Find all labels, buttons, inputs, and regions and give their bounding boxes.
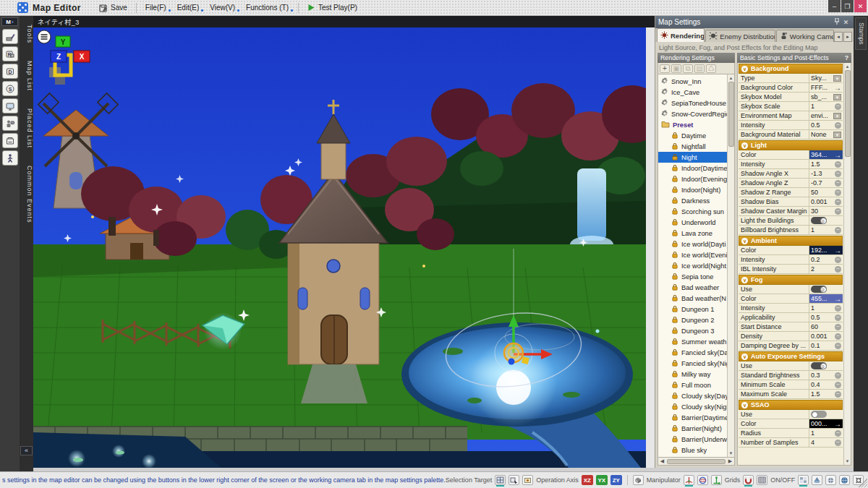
spinner-icon[interactable]: − — [835, 122, 841, 129]
list-item[interactable]: Nightfall — [658, 141, 727, 152]
property-value[interactable]: 1− — [809, 226, 843, 234]
section-header-auto-exposure-settings[interactable]: ∨Auto Exposure Settings — [739, 351, 843, 361]
property-value[interactable]: 0.5− — [809, 313, 843, 322]
property-value[interactable]: 364...→ — [809, 150, 843, 159]
effect-sparkle-icon[interactable] — [825, 475, 836, 485]
new-folder-button[interactable]: ▣ — [671, 64, 681, 73]
cone-light-icon[interactable] — [812, 475, 822, 485]
property-value[interactable]: FFF...→ — [809, 83, 843, 92]
list-item[interactable]: Indoor(Night) — [658, 184, 727, 195]
toggle-switch[interactable] — [811, 411, 827, 418]
property-value[interactable]: 1− — [809, 304, 843, 312]
property-value[interactable]: 2− — [809, 265, 843, 273]
arrow-icon[interactable]: → — [834, 421, 841, 427]
spinner-icon[interactable]: − — [835, 440, 841, 446]
spinner-icon[interactable]: − — [835, 161, 841, 168]
dropdown-icon[interactable]: ▼ — [833, 94, 841, 100]
section-header-ssao[interactable]: ∨SSAO — [739, 400, 843, 410]
section-header-ambient[interactable]: ∨Ambient — [739, 236, 843, 246]
section-header-background[interactable]: ∨Background — [739, 64, 843, 74]
stamp-pen-button[interactable] — [2, 29, 18, 44]
property-value[interactable]: 0 — [809, 361, 843, 370]
spinner-icon[interactable]: − — [835, 391, 841, 398]
list-item[interactable]: Preset — [658, 119, 727, 130]
spinner-icon[interactable]: − — [835, 343, 841, 349]
spinner-icon[interactable]: − — [835, 305, 841, 312]
walk-test-button[interactable] — [2, 150, 18, 166]
property-value[interactable]: -0.7− — [809, 179, 843, 187]
list-item[interactable]: Lava zone — [658, 228, 727, 239]
property-value[interactable]: 1− — [809, 102, 843, 111]
list-item[interactable]: Sepia tone — [658, 271, 727, 282]
list-item[interactable]: Dungeon 3 — [658, 325, 727, 336]
pin-icon[interactable] — [832, 18, 841, 26]
display-button[interactable] — [2, 98, 18, 114]
property-value[interactable]: 4− — [809, 438, 843, 447]
collapse-panel-button[interactable]: M› — [1, 17, 18, 26]
move-gizmo-icon[interactable] — [684, 475, 694, 485]
sidebar-tab-placed-list[interactable]: Placed List — [20, 103, 33, 154]
list-item[interactable]: Blue sky — [658, 445, 727, 455]
map-tab[interactable]: ネイティ村_3 — [33, 17, 80, 27]
duplicate-button[interactable]: ⧉ — [683, 64, 693, 73]
arrow-icon[interactable]: → — [834, 296, 841, 302]
property-value[interactable]: envi...▼ — [809, 111, 843, 120]
skybox-globe-icon[interactable] — [839, 475, 850, 485]
resize-grip[interactable] — [859, 479, 867, 487]
list-item[interactable]: Bad weather — [658, 282, 727, 293]
property-value[interactable]: Sky...▼ — [809, 74, 843, 82]
property-value[interactable]: 1.5− — [809, 160, 843, 168]
list-item[interactable]: Snow-CoverdRegion — [658, 108, 727, 119]
list-item[interactable]: Milky way — [658, 369, 727, 380]
spinner-icon[interactable]: − — [835, 333, 841, 340]
list-horizontal-scrollbar[interactable]: ◀▶ — [658, 458, 735, 466]
property-value[interactable]: -1.3− — [809, 169, 843, 178]
restore-button[interactable]: ❐ — [841, 0, 854, 12]
resource-button[interactable]: R — [2, 46, 18, 61]
spinner-icon[interactable]: − — [835, 103, 841, 110]
list-item[interactable]: Ice_Cave — [658, 87, 727, 98]
list-item[interactable]: Barrier(Daytime — [658, 412, 727, 423]
database-button[interactable]: D — [2, 64, 18, 79]
property-value[interactable]: None▼ — [809, 130, 843, 139]
test-play-button[interactable]: Test Play(P) — [302, 2, 362, 13]
spinner-icon[interactable]: − — [835, 227, 841, 234]
sidebar-tab-common-events[interactable]: Common Events — [20, 160, 33, 229]
rotate-gizmo-icon[interactable] — [697, 475, 708, 485]
export-button[interactable]: ▤ — [694, 64, 705, 73]
section-header-fog[interactable]: ∨Fog — [739, 275, 843, 285]
list-item[interactable]: Night — [658, 152, 727, 163]
object-select-icon[interactable] — [509, 475, 519, 485]
list-item[interactable]: Underworld — [658, 217, 727, 228]
spinner-icon[interactable]: − — [835, 430, 841, 437]
property-value[interactable]: 0.3− — [809, 371, 843, 380]
spinner-icon[interactable]: − — [835, 189, 841, 196]
event-select-icon[interactable] — [522, 475, 533, 485]
list-item[interactable]: SepiaTonedHouse — [658, 98, 727, 108]
property-value[interactable]: 0.2− — [809, 255, 843, 264]
property-value[interactable] — [809, 410, 843, 419]
menu-item-functionst[interactable]: Functions (T) — [241, 2, 294, 13]
stamps-tab[interactable]: Stamps — [855, 17, 867, 50]
axis-button-yx[interactable]: YX — [596, 475, 608, 485]
system-button[interactable]: S — [2, 81, 18, 96]
list-item[interactable]: Indoor(Evening — [658, 174, 727, 184]
property-value[interactable]: 000...→ — [809, 419, 843, 428]
add-button[interactable]: + — [660, 64, 670, 73]
sidebar-tab-tools[interactable]: Tools — [20, 19, 33, 49]
spinner-icon[interactable]: − — [835, 382, 841, 388]
sidebar-tab-map-list[interactable]: Map List — [20, 55, 33, 97]
list-item[interactable]: Snow_Inn — [658, 76, 727, 87]
property-value[interactable]: 50− — [809, 188, 843, 197]
list-item[interactable]: Ice world(Eveni — [658, 249, 727, 260]
list-item[interactable]: Barrier(Underw — [658, 434, 727, 445]
dropdown-icon[interactable]: ▼ — [833, 75, 841, 82]
menu-item-filef[interactable]: File(F) — [140, 2, 171, 13]
hand-box-icon[interactable] — [633, 475, 644, 485]
list-item[interactable]: Ice world(Dayti — [658, 239, 727, 249]
viewport-scene[interactable]: Y Z X — [33, 27, 646, 468]
spinner-icon[interactable]: − — [835, 324, 841, 330]
spinner-icon[interactable]: − — [835, 372, 841, 379]
list-item[interactable]: Fancied sky(Nig — [658, 358, 727, 369]
property-value[interactable]: 30− — [809, 207, 843, 215]
